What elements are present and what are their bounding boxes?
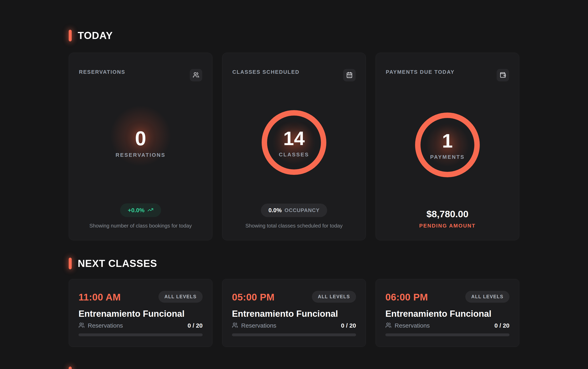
card-footer: +0.0% Showing number of class bookings f… [79,203,202,229]
level-badge: ALL LEVELS [158,291,203,303]
level-badge: ALL LEVELS [312,291,356,303]
class-card[interactable]: 06:00 PM ALL LEVELS Entrenamiento Funcio… [375,279,519,347]
reservations-progress-bar [385,333,510,336]
class-name: Entrenamiento Funcional [232,309,356,319]
class-time: 11:00 AM [78,292,121,303]
reservations-info: Reservations [78,322,123,329]
trend-value: +0.0% [128,207,144,214]
section-accent-bar [69,258,72,269]
wallet-icon [500,72,506,79]
dashboard: TODAY RESERVATIONS 0 RESERVATIONS [69,0,519,347]
reservations-card: RESERVATIONS 0 RESERVATIONS +0.0% [69,53,213,240]
reservations-progress-bar [78,333,203,336]
users-icon [385,322,392,329]
classes-value-label: CLASSES [279,152,309,158]
users-icon [232,322,238,329]
classes-value: 14 [283,127,305,150]
section-accent-bar [69,367,72,369]
today-section-header: TODAY [69,30,519,41]
payments-due-card: PAYMENTS DUE TODAY 1 PAYMENTS $8,780.00 … [375,53,519,240]
class-card-header: 06:00 PM ALL LEVELS [385,288,510,303]
next-classes-grid: 11:00 AM ALL LEVELS Entrenamiento Funcio… [69,279,519,347]
reservations-count: 0 / 20 [341,322,356,329]
trend-badge: +0.0% [120,203,161,217]
level-badge: ALL LEVELS [465,291,510,303]
card-caption: Showing total classes scheduled for toda… [245,223,343,229]
occupancy-value: 0.0% [268,207,282,214]
payments-value: 1 [442,130,453,152]
users-icon [78,322,85,329]
reservations-info: Reservations [232,322,276,329]
reservations-label: Reservations [395,322,430,329]
class-time: 06:00 PM [385,292,428,303]
users-icon [193,72,199,79]
pending-amount-value: $8,780.00 [426,208,468,219]
reservations-value: 0 [135,127,146,150]
card-center: 1 PAYMENTS [386,82,509,208]
card-title: PAYMENTS DUE TODAY [386,69,455,75]
reservations-label: Reservations [88,322,123,329]
pending-amount-label: PENDING AMOUNT [419,223,476,229]
reservations-row: Reservations 0 / 20 [78,322,203,329]
classes-scheduled-card: CLASSES SCHEDULED 14 CLASSES 0.0% OCCUPA… [222,53,366,240]
card-header: PAYMENTS DUE TODAY [386,63,509,82]
today-stats-grid: RESERVATIONS 0 RESERVATIONS +0.0% [69,53,519,240]
card-title: RESERVATIONS [79,69,125,75]
calendar-icon-button[interactable] [343,69,356,82]
card-footer: 0.0% OCCUPANCY Showing total classes sch… [232,204,356,229]
class-card-header: 11:00 AM ALL LEVELS [78,288,203,303]
reservations-stat: 0 RESERVATIONS [116,127,166,158]
reservations-label: Reservations [241,322,276,329]
card-header: CLASSES SCHEDULED [232,63,356,82]
occupancy-label: OCCUPANCY [284,207,320,214]
calendar-icon [346,72,353,79]
section-title-next-classes: NEXT CLASSES [78,258,157,269]
trending-up-icon [147,207,153,214]
card-footer: $8,780.00 PENDING AMOUNT [386,208,509,229]
section-title-today: TODAY [78,30,113,41]
class-card[interactable]: 05:00 PM ALL LEVELS Entrenamiento Funcio… [222,279,366,347]
class-name: Entrenamiento Funcional [385,309,510,319]
payments-ring-chart: 1 PAYMENTS [415,113,480,177]
payments-value-label: PAYMENTS [430,154,465,160]
occupancy-badge: 0.0% OCCUPANCY [261,204,327,217]
card-center: 0 RESERVATIONS [79,82,202,203]
classes-ring-chart: 14 CLASSES [262,110,326,175]
next-classes-section: NEXT CLASSES 11:00 AM ALL LEVELS Entrena… [69,258,519,347]
class-card-header: 05:00 PM ALL LEVELS [232,288,356,303]
card-title: CLASSES SCHEDULED [232,69,299,75]
wallet-icon-button[interactable] [497,69,509,82]
reservations-progress-bar [232,333,356,336]
reservations-info: Reservations [385,322,430,329]
reservations-value-label: RESERVATIONS [116,152,166,158]
class-time: 05:00 PM [232,292,274,303]
users-icon-button[interactable] [190,69,202,82]
reservations-row: Reservations 0 / 20 [232,322,356,329]
class-name: Entrenamiento Funcional [78,309,203,319]
class-card[interactable]: 11:00 AM ALL LEVELS Entrenamiento Funcio… [69,279,213,347]
card-header: RESERVATIONS [79,63,202,82]
section-accent-bar [69,30,72,41]
next-classes-section-header: NEXT CLASSES [69,258,519,269]
reservations-count: 0 / 20 [187,322,203,329]
reservations-count: 0 / 20 [494,322,510,329]
card-center: 14 CLASSES [232,82,356,204]
card-caption: Showing number of class bookings for tod… [89,223,192,229]
reservations-row: Reservations 0 / 20 [385,322,510,329]
